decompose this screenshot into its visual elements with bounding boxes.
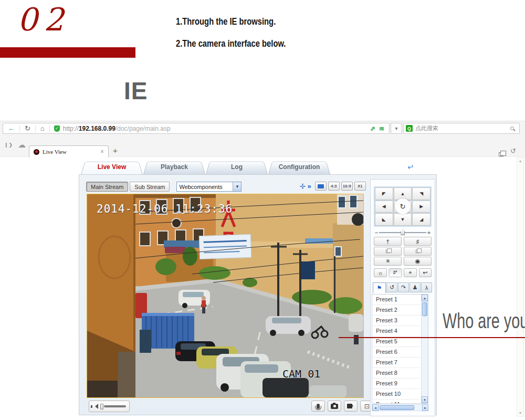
page-scroll-up-icon[interactable]: ▴ (517, 158, 523, 164)
page-scroll-down-icon[interactable]: ▾ (517, 410, 523, 416)
screen: 02 1.Through the IE browsing. 2.The came… (0, 0, 525, 420)
address-bar[interactable]: ← ↻ ⌂ ✓ http://192.168.0.99/doc/page/mai… (3, 123, 390, 134)
preset-list-item[interactable]: Preset 11 (372, 400, 421, 404)
browser-scrollbar[interactable]: ▴ ▾ (517, 158, 524, 417)
live-view-panel: Main Stream Sub Stream Webcomponents ▾ ⊹… (79, 174, 437, 415)
annotation-question: Who are you? (443, 309, 525, 333)
track-tab[interactable]: λ (421, 282, 432, 292)
back-icon[interactable]: ← (3, 124, 19, 132)
mic-button[interactable] (311, 401, 325, 412)
browser-tab-row: ❙❯ ☁ Live View × + ↺ (0, 135, 525, 157)
pattern-tab[interactable]: ↷ (398, 282, 409, 292)
volume-slider-thumb[interactable] (100, 404, 103, 410)
volume-control[interactable] (89, 401, 130, 412)
url-text[interactable]: http://192.168.0.99/doc/page/main.asp (63, 125, 171, 132)
scroll-right-icon[interactable]: ▸ (422, 404, 428, 411)
session-restore-icon[interactable]: ↺ (510, 147, 516, 155)
preset-list-item[interactable]: Preset 4 (372, 326, 421, 337)
park-tab[interactable]: ♟ (410, 282, 421, 292)
scale-icon (318, 184, 324, 188)
home-icon[interactable]: ⌂ (36, 124, 49, 132)
instruction-line-1: 1.Through the IE browsing. (176, 16, 276, 27)
preset-list-item[interactable]: Preset 6 (372, 347, 421, 358)
speed-slider-track[interactable] (379, 232, 426, 233)
plugin-select[interactable]: Webcomponents ▾ (176, 182, 242, 192)
sub-stream-button[interactable]: Sub Stream (130, 182, 170, 192)
scroll-up-icon[interactable]: ▴ (422, 295, 428, 301)
browser-window: ← ↻ ⌂ ✓ http://192.168.0.99/doc/page/mai… (0, 121, 525, 418)
scrollbar-thumb[interactable] (422, 302, 427, 316)
lens-init-button[interactable]: ↩ (419, 268, 432, 277)
refresh-icon[interactable]: ↻ (20, 124, 35, 132)
hscrollbar-thumb[interactable] (380, 405, 414, 410)
focus-button[interactable]: † (374, 237, 402, 246)
cloud-sync-icon[interactable]: ☁ (18, 140, 26, 150)
collapse-panel-icon[interactable]: ↩ (406, 162, 414, 172)
tab-configuration[interactable]: Configuration (268, 160, 330, 174)
ptz-direction-pad: ◤ ▲ ◥ ◀ ↻ ▶ ◣ ▼ ◢ (374, 186, 432, 227)
light-button[interactable]: ☼ (374, 268, 387, 277)
volume-slider-track[interactable] (104, 405, 126, 407)
preset-list-item[interactable]: Preset 7 (372, 358, 421, 368)
preset-list-item[interactable]: Preset 10 (372, 389, 421, 400)
main-stream-button[interactable]: Main Stream (86, 182, 128, 192)
tab-close-icon[interactable]: × (100, 148, 104, 155)
tab-log[interactable]: Log (206, 160, 268, 174)
search-box[interactable]: Q 点此搜索 (403, 123, 520, 134)
ptz-down-button[interactable]: ▼ (394, 213, 412, 226)
aspect-169-button[interactable]: 16:9 (341, 182, 353, 191)
snapshot-button[interactable] (328, 401, 341, 412)
ptz-down-right-button[interactable]: ◢ (412, 213, 430, 226)
browser-tab[interactable]: Live View × (29, 145, 109, 158)
record-button[interactable] (344, 401, 358, 412)
sidebar-toggle-icon[interactable]: ❙❯ (4, 142, 13, 148)
focus-near-button[interactable] (374, 247, 402, 256)
wiper-button[interactable]: ⊿ (389, 268, 402, 277)
preset-horizontal-scrollbar[interactable]: ◂ ▸ (372, 404, 428, 411)
preset-list-item[interactable]: Preset 8 (372, 368, 421, 379)
speed-minus-icon[interactable]: − (374, 229, 379, 236)
stream-toolbar: Main Stream Sub Stream Webcomponents ▾ (86, 182, 242, 192)
share-icon[interactable]: ⇗ (370, 125, 375, 132)
patrol-tab[interactable]: ↺ (386, 282, 397, 292)
speaker-icon (92, 404, 98, 409)
ptz-up-left-button[interactable]: ◤ (375, 187, 393, 200)
preset-list-item[interactable]: Preset 2 (372, 305, 421, 316)
ptz-up-button[interactable]: ▲ (394, 187, 412, 200)
tab-playback[interactable]: Playback (143, 160, 205, 174)
preset-list: Preset 1 Preset 2 Preset 3 Preset 4 Pres… (372, 294, 428, 404)
preset-list-item[interactable]: Preset 1 (372, 295, 421, 305)
preset-tab[interactable]: ⚑ (373, 282, 386, 293)
zoom-button[interactable]: ♯ (404, 237, 432, 246)
url-dropdown-button[interactable]: ▾ (391, 123, 402, 134)
ptz-left-button[interactable]: ◀ (375, 201, 393, 213)
new-tab-button[interactable]: + (113, 146, 118, 155)
preset-vertical-scrollbar[interactable]: ▴ ▾ (421, 295, 428, 403)
focus-row (374, 247, 432, 256)
scroll-down-icon[interactable]: ▾ (422, 396, 428, 403)
search-icon[interactable] (510, 127, 514, 130)
scroll-left-icon[interactable]: ◂ (372, 404, 379, 411)
focus-far-button[interactable] (404, 247, 432, 256)
ptz-up-right-button[interactable]: ◥ (412, 187, 430, 200)
iris-open-button[interactable]: ✳ (374, 257, 402, 266)
original-scale-button[interactable] (315, 182, 327, 191)
camcorder-icon (347, 404, 352, 408)
ptz-right-button[interactable]: ▶ (412, 201, 430, 213)
speed-plus-icon[interactable]: + (426, 229, 432, 236)
preset-list-item[interactable]: Preset 3 (372, 316, 421, 326)
ptz-quick-icon[interactable]: ⊹ » (300, 182, 311, 190)
preset-list-item[interactable]: Preset 5 (372, 337, 421, 347)
live-video-frame[interactable]: 2014-12-06 11:23:36 CAM 01 (87, 194, 364, 398)
preset-list-item[interactable]: Preset 9 (372, 379, 421, 389)
aux-focus-button[interactable]: ⌖ (404, 268, 417, 277)
leaf-icon[interactable]: ≋ (379, 125, 384, 132)
aspect-x1-button[interactable]: X1 (354, 182, 366, 191)
aspect-43-button[interactable]: 4:3 (328, 182, 340, 191)
speed-slider-thumb[interactable] (401, 229, 405, 235)
tab-live-view[interactable]: Live View (81, 160, 143, 174)
ptz-down-left-button[interactable]: ◣ (375, 213, 393, 226)
ptz-auto-scan-button[interactable]: ↻ (394, 201, 412, 213)
iris-close-button[interactable]: ◉ (404, 257, 432, 266)
ptz-speed-slider[interactable]: − + (374, 229, 432, 236)
